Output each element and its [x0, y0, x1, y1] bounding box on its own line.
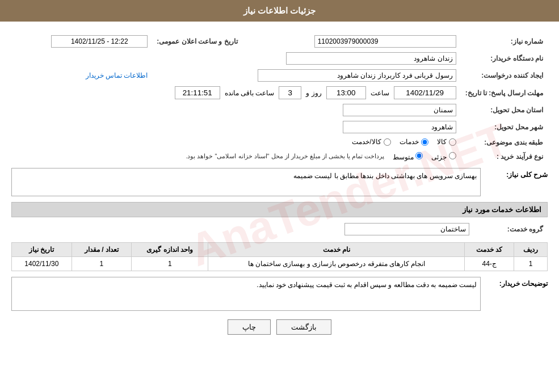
cell-tedad: 1 [72, 256, 132, 271]
rooz-input [279, 86, 301, 99]
farayand-note: پرداخت تمام یا بخشی از مبلغ خریدار از مح… [186, 153, 384, 160]
saat-input [326, 86, 366, 99]
col-vahed: واحد اندازه گیری [132, 242, 208, 256]
cell-vahed: 1 [132, 256, 208, 271]
col-nam: نام خدمت [208, 242, 465, 256]
col-kod: کد خدمت [465, 242, 514, 256]
radio-kala-label: کالا [437, 138, 447, 146]
grooh-input [344, 223, 469, 235]
farayand-label: نوع فرآیند خرید : [461, 150, 548, 163]
tozihat-display: لیست ضمیمه به دقت مطالعه و سپس اقدام به … [11, 277, 481, 311]
radio-kala-khadamat-label: کالا/خدمت [352, 138, 381, 146]
radio-kala-khadamat[interactable]: کالا/خدمت [352, 138, 390, 146]
shomareNiaz-label: شماره نیاز: [461, 33, 548, 50]
radio-jazii-label: جزئی [431, 153, 447, 161]
saat-label: ساعت [371, 89, 389, 97]
khadamat-section-title: اطلاعات خدمات مورد نیاز [11, 202, 548, 217]
col-tarikh: تاریخ نیاز [12, 242, 72, 256]
cell-tarikh: 1402/11/30 [12, 256, 72, 271]
col-tedad: تعداد / مقدار [72, 242, 132, 256]
ijad-label: ایجاد کننده درخواست: [461, 67, 548, 84]
services-table: ردیف کد خدمت نام خدمت واحد اندازه گیری ت… [11, 242, 548, 271]
rooz-label: روز و [306, 89, 321, 97]
tarikh-mohlat-input [394, 86, 456, 99]
radio-motavaset[interactable]: متوسط [393, 152, 423, 161]
shahr-label: شهر محل تحویل: [461, 119, 548, 136]
shomareNiaz-value [259, 33, 461, 50]
print-button[interactable]: چاپ [228, 319, 271, 335]
namDastgah-cell [11, 50, 461, 67]
namDastgah-label: نام دستگاه خریدار: [461, 50, 548, 67]
mohlat-label: مهلت ارسال پاسخ: تا تاریخ: [461, 84, 548, 102]
page-title: جزئیات اطلاعات نیاز [0, 0, 559, 22]
grooh-label: گروه خدمت: [474, 221, 548, 238]
radio-khadamat-input[interactable] [421, 138, 428, 146]
shahr-input [343, 121, 456, 133]
cell-namKhadamat: انجام کارهای متفرقه درخصوص بازسازی و بهس… [208, 256, 465, 271]
tarikh-input [51, 35, 148, 48]
radio-jazii-input[interactable] [449, 152, 456, 159]
radio-motavaset-input[interactable] [415, 152, 423, 159]
ijad-cell [152, 67, 460, 84]
tarikh-label: تاریخ و ساعت اعلان عمومی: [152, 33, 242, 50]
contact-link[interactable]: اطلاعات تماس خریدار [86, 71, 148, 79]
baqi-label: ساعت باقی مانده [225, 89, 275, 97]
cell-radif: 1 [514, 256, 548, 271]
tabaqe-label: طبقه بندی موضوعی: [461, 136, 548, 150]
tabaqe-radio-group: کالا خدمات کالا/خدمت [352, 138, 456, 146]
back-button[interactable]: بازگشت [276, 319, 331, 335]
shomareNiaz-input [314, 35, 456, 48]
sharh-label: شرح کلی نیاز: [485, 168, 548, 179]
countdown-input [175, 86, 220, 99]
ijad-input [258, 69, 456, 82]
table-row: 1ج-44انجام کارهای متفرقه درخصوص بازسازی … [12, 256, 548, 271]
radio-kala-input[interactable] [449, 138, 456, 146]
col-radif: ردیف [514, 242, 548, 256]
radio-kala[interactable]: کالا [437, 138, 456, 146]
radio-khadamat-label: خدمات [400, 138, 419, 146]
tozihat-label: توضیحات خریدار: [485, 277, 548, 288]
ostan-input [343, 104, 456, 116]
tarikh-value-cell [11, 33, 152, 50]
radio-jazii[interactable]: جزئی [431, 152, 456, 161]
cell-kodKhadamat: ج-44 [465, 256, 514, 271]
radio-khadamat[interactable]: خدمات [400, 138, 428, 146]
radio-motavaset-label: متوسط [393, 153, 414, 161]
radio-kala-khadamat-input[interactable] [384, 138, 391, 146]
namDastgah-input [286, 52, 456, 65]
sharh-display: بهسازی سرویس های بهداشتی داخل بندها مطاب… [11, 168, 481, 196]
ostan-label: استان محل تحویل: [461, 102, 548, 119]
